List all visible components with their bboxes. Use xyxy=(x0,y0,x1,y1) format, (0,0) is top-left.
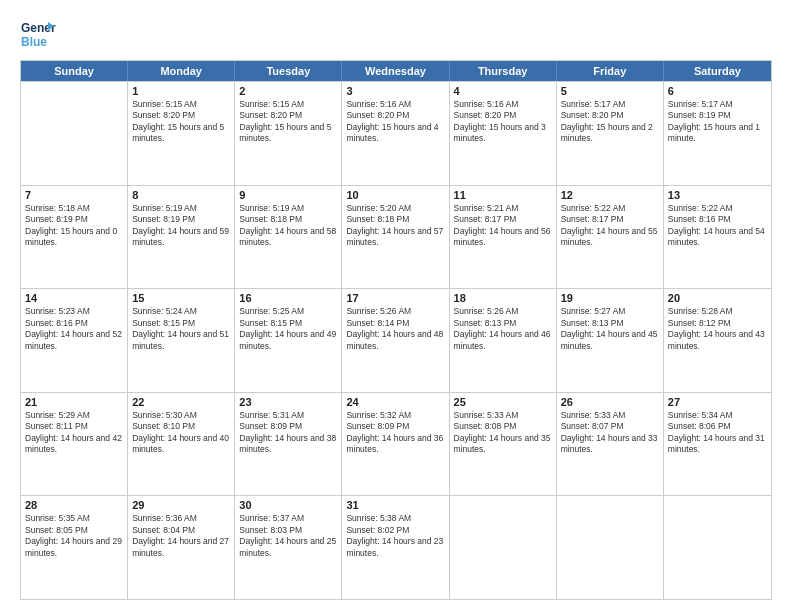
day-info: Sunrise: 5:35 AM Sunset: 8:05 PM Dayligh… xyxy=(25,513,123,559)
day-number: 28 xyxy=(25,499,123,511)
calendar-cell-20: 20Sunrise: 5:28 AM Sunset: 8:12 PM Dayli… xyxy=(664,289,771,392)
calendar-cell-6: 6Sunrise: 5:17 AM Sunset: 8:19 PM Daylig… xyxy=(664,82,771,185)
day-info: Sunrise: 5:18 AM Sunset: 8:19 PM Dayligh… xyxy=(25,203,123,249)
day-info: Sunrise: 5:19 AM Sunset: 8:18 PM Dayligh… xyxy=(239,203,337,249)
day-info: Sunrise: 5:23 AM Sunset: 8:16 PM Dayligh… xyxy=(25,306,123,352)
calendar-row-4: 28Sunrise: 5:35 AM Sunset: 8:05 PM Dayli… xyxy=(21,495,771,599)
calendar-body: 1Sunrise: 5:15 AM Sunset: 8:20 PM Daylig… xyxy=(21,81,771,599)
day-info: Sunrise: 5:26 AM Sunset: 8:14 PM Dayligh… xyxy=(346,306,444,352)
calendar-cell-19: 19Sunrise: 5:27 AM Sunset: 8:13 PM Dayli… xyxy=(557,289,664,392)
calendar-cell-17: 17Sunrise: 5:26 AM Sunset: 8:14 PM Dayli… xyxy=(342,289,449,392)
calendar-cell-31: 31Sunrise: 5:38 AM Sunset: 8:02 PM Dayli… xyxy=(342,496,449,599)
calendar-cell-22: 22Sunrise: 5:30 AM Sunset: 8:10 PM Dayli… xyxy=(128,393,235,496)
calendar-cell-18: 18Sunrise: 5:26 AM Sunset: 8:13 PM Dayli… xyxy=(450,289,557,392)
day-number: 15 xyxy=(132,292,230,304)
calendar-cell-26: 26Sunrise: 5:33 AM Sunset: 8:07 PM Dayli… xyxy=(557,393,664,496)
calendar-cell-23: 23Sunrise: 5:31 AM Sunset: 8:09 PM Dayli… xyxy=(235,393,342,496)
calendar-cell-21: 21Sunrise: 5:29 AM Sunset: 8:11 PM Dayli… xyxy=(21,393,128,496)
calendar-cell-14: 14Sunrise: 5:23 AM Sunset: 8:16 PM Dayli… xyxy=(21,289,128,392)
day-info: Sunrise: 5:22 AM Sunset: 8:17 PM Dayligh… xyxy=(561,203,659,249)
day-number: 3 xyxy=(346,85,444,97)
calendar-cell-10: 10Sunrise: 5:20 AM Sunset: 8:18 PM Dayli… xyxy=(342,186,449,289)
day-info: Sunrise: 5:37 AM Sunset: 8:03 PM Dayligh… xyxy=(239,513,337,559)
calendar-cell-3: 3Sunrise: 5:16 AM Sunset: 8:20 PM Daylig… xyxy=(342,82,449,185)
calendar-cell-11: 11Sunrise: 5:21 AM Sunset: 8:17 PM Dayli… xyxy=(450,186,557,289)
calendar-cell-empty-0-0 xyxy=(21,82,128,185)
day-number: 1 xyxy=(132,85,230,97)
day-number: 10 xyxy=(346,189,444,201)
day-number: 23 xyxy=(239,396,337,408)
day-number: 13 xyxy=(668,189,767,201)
day-info: Sunrise: 5:19 AM Sunset: 8:19 PM Dayligh… xyxy=(132,203,230,249)
day-info: Sunrise: 5:17 AM Sunset: 8:19 PM Dayligh… xyxy=(668,99,767,145)
day-number: 30 xyxy=(239,499,337,511)
calendar-cell-29: 29Sunrise: 5:36 AM Sunset: 8:04 PM Dayli… xyxy=(128,496,235,599)
calendar-cell-24: 24Sunrise: 5:32 AM Sunset: 8:09 PM Dayli… xyxy=(342,393,449,496)
calendar-cell-5: 5Sunrise: 5:17 AM Sunset: 8:20 PM Daylig… xyxy=(557,82,664,185)
weekday-header-thursday: Thursday xyxy=(450,61,557,81)
logo-wordmark: General Blue xyxy=(20,16,56,54)
calendar-cell-1: 1Sunrise: 5:15 AM Sunset: 8:20 PM Daylig… xyxy=(128,82,235,185)
day-number: 7 xyxy=(25,189,123,201)
logo: General Blue xyxy=(20,16,56,54)
weekday-header-sunday: Sunday xyxy=(21,61,128,81)
calendar-cell-27: 27Sunrise: 5:34 AM Sunset: 8:06 PM Dayli… xyxy=(664,393,771,496)
day-info: Sunrise: 5:21 AM Sunset: 8:17 PM Dayligh… xyxy=(454,203,552,249)
day-number: 29 xyxy=(132,499,230,511)
day-number: 12 xyxy=(561,189,659,201)
calendar-cell-13: 13Sunrise: 5:22 AM Sunset: 8:16 PM Dayli… xyxy=(664,186,771,289)
calendar-cell-4: 4Sunrise: 5:16 AM Sunset: 8:20 PM Daylig… xyxy=(450,82,557,185)
day-number: 14 xyxy=(25,292,123,304)
day-info: Sunrise: 5:28 AM Sunset: 8:12 PM Dayligh… xyxy=(668,306,767,352)
day-number: 20 xyxy=(668,292,767,304)
day-number: 8 xyxy=(132,189,230,201)
day-info: Sunrise: 5:38 AM Sunset: 8:02 PM Dayligh… xyxy=(346,513,444,559)
weekday-header-friday: Friday xyxy=(557,61,664,81)
day-info: Sunrise: 5:25 AM Sunset: 8:15 PM Dayligh… xyxy=(239,306,337,352)
day-number: 6 xyxy=(668,85,767,97)
calendar-row-3: 21Sunrise: 5:29 AM Sunset: 8:11 PM Dayli… xyxy=(21,392,771,496)
weekday-header-tuesday: Tuesday xyxy=(235,61,342,81)
day-number: 27 xyxy=(668,396,767,408)
day-info: Sunrise: 5:34 AM Sunset: 8:06 PM Dayligh… xyxy=(668,410,767,456)
day-number: 31 xyxy=(346,499,444,511)
day-number: 19 xyxy=(561,292,659,304)
day-info: Sunrise: 5:20 AM Sunset: 8:18 PM Dayligh… xyxy=(346,203,444,249)
weekday-header-monday: Monday xyxy=(128,61,235,81)
day-info: Sunrise: 5:16 AM Sunset: 8:20 PM Dayligh… xyxy=(346,99,444,145)
svg-text:Blue: Blue xyxy=(21,35,47,49)
day-info: Sunrise: 5:15 AM Sunset: 8:20 PM Dayligh… xyxy=(132,99,230,145)
day-info: Sunrise: 5:15 AM Sunset: 8:20 PM Dayligh… xyxy=(239,99,337,145)
calendar-row-0: 1Sunrise: 5:15 AM Sunset: 8:20 PM Daylig… xyxy=(21,81,771,185)
day-info: Sunrise: 5:30 AM Sunset: 8:10 PM Dayligh… xyxy=(132,410,230,456)
day-number: 22 xyxy=(132,396,230,408)
logo-icon: General Blue xyxy=(20,16,56,54)
calendar-cell-empty-4-6 xyxy=(664,496,771,599)
day-number: 18 xyxy=(454,292,552,304)
calendar-cell-25: 25Sunrise: 5:33 AM Sunset: 8:08 PM Dayli… xyxy=(450,393,557,496)
day-info: Sunrise: 5:17 AM Sunset: 8:20 PM Dayligh… xyxy=(561,99,659,145)
calendar-cell-12: 12Sunrise: 5:22 AM Sunset: 8:17 PM Dayli… xyxy=(557,186,664,289)
day-number: 9 xyxy=(239,189,337,201)
day-info: Sunrise: 5:16 AM Sunset: 8:20 PM Dayligh… xyxy=(454,99,552,145)
day-number: 24 xyxy=(346,396,444,408)
calendar-header: SundayMondayTuesdayWednesdayThursdayFrid… xyxy=(21,61,771,81)
day-info: Sunrise: 5:31 AM Sunset: 8:09 PM Dayligh… xyxy=(239,410,337,456)
day-number: 11 xyxy=(454,189,552,201)
page: General Blue SundayMondayTuesdayWednesda… xyxy=(0,0,792,612)
day-number: 5 xyxy=(561,85,659,97)
day-info: Sunrise: 5:32 AM Sunset: 8:09 PM Dayligh… xyxy=(346,410,444,456)
day-number: 17 xyxy=(346,292,444,304)
day-number: 4 xyxy=(454,85,552,97)
day-info: Sunrise: 5:24 AM Sunset: 8:15 PM Dayligh… xyxy=(132,306,230,352)
calendar: SundayMondayTuesdayWednesdayThursdayFrid… xyxy=(20,60,772,600)
day-info: Sunrise: 5:26 AM Sunset: 8:13 PM Dayligh… xyxy=(454,306,552,352)
day-info: Sunrise: 5:22 AM Sunset: 8:16 PM Dayligh… xyxy=(668,203,767,249)
calendar-cell-empty-4-5 xyxy=(557,496,664,599)
day-info: Sunrise: 5:36 AM Sunset: 8:04 PM Dayligh… xyxy=(132,513,230,559)
calendar-cell-16: 16Sunrise: 5:25 AM Sunset: 8:15 PM Dayli… xyxy=(235,289,342,392)
header: General Blue xyxy=(20,16,772,54)
calendar-cell-2: 2Sunrise: 5:15 AM Sunset: 8:20 PM Daylig… xyxy=(235,82,342,185)
calendar-cell-empty-4-4 xyxy=(450,496,557,599)
calendar-cell-9: 9Sunrise: 5:19 AM Sunset: 8:18 PM Daylig… xyxy=(235,186,342,289)
